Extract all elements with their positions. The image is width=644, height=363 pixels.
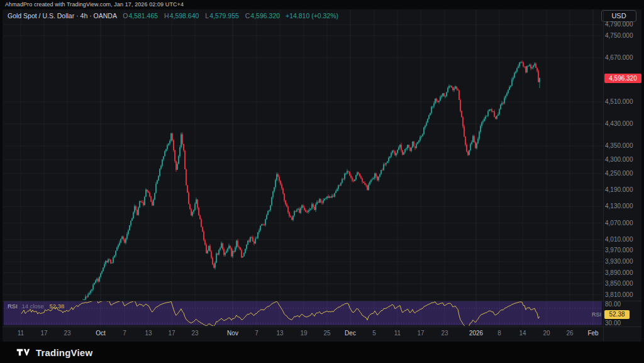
time-axis-label: 23	[57, 330, 77, 337]
time-axis-label: 26	[560, 330, 580, 337]
price-tick-label: 3,970.000	[605, 247, 633, 254]
ohlc-high-label: H	[164, 12, 169, 20]
time-axis-label: Feb	[583, 330, 603, 337]
time-axis-label: 17	[162, 330, 182, 337]
time-axis-label: 23	[185, 330, 205, 337]
brand-name[interactable]: TradingView	[36, 347, 92, 358]
time-axis-label: 11	[11, 330, 31, 337]
tradingview-logo-icon[interactable]	[16, 347, 30, 358]
price-tick-label: 4,510.000	[605, 98, 633, 105]
price-axis[interactable]: 4,790.0004,750.0004,670.0004,510.0004,43…	[605, 0, 643, 327]
creator-attribution: AhmadPro created with TradingView.com, J…	[5, 1, 184, 8]
time-axis-label: 17	[34, 330, 54, 337]
time-axis-label: 25	[317, 330, 337, 337]
price-tick-label: 4,670.000	[605, 54, 633, 61]
price-tick-label: 3,850.000	[605, 280, 633, 287]
rsi-indicator-legend[interactable]: RSI 14 close 52.38	[8, 303, 64, 310]
price-axis-separator	[603, 9, 604, 342]
time-axis-label: Oct	[91, 330, 111, 337]
time-axis-label: 5	[364, 330, 384, 337]
price-tick-label: 4,430.000	[605, 120, 633, 127]
time-axis-label: 7	[114, 330, 135, 337]
footer: TradingView	[0, 342, 644, 363]
rsi-pane-separator	[3, 301, 641, 301]
price-tick-label: 3,810.000	[605, 291, 633, 298]
time-axis-label: 2026	[466, 330, 486, 337]
last-price-badge: 4,596.320	[604, 74, 641, 83]
rsi-axis-tag: RSI	[584, 311, 601, 318]
grid-layer	[4, 9, 602, 326]
rsi-params: 14 close	[21, 303, 43, 310]
candlestick-chart-canvas[interactable]	[0, 0, 644, 363]
rsi-lower-scale-label: 30.00	[605, 320, 621, 327]
time-axis-label: 23	[435, 330, 455, 337]
rsi-name: RSI	[8, 303, 18, 310]
time-axis-label: 11	[387, 330, 408, 337]
ohlc-close-value: 4,596.320	[250, 12, 280, 20]
price-tick-label: 4,250.000	[605, 170, 633, 177]
ohlc-low-label: L	[205, 12, 209, 20]
time-axis-label: 13	[270, 330, 290, 337]
symbol-title[interactable]: Gold Spot / U.S. Dollar · 4h · OANDA	[8, 12, 116, 20]
time-axis-label: 20	[536, 330, 557, 337]
rsi-value-badge: 52.38	[604, 310, 630, 319]
ohlc-open-value: 4,581.465	[128, 12, 158, 20]
price-tick-label: 4,130.000	[605, 203, 633, 209]
time-axis-label: Dec	[340, 330, 360, 337]
rsi-upper-scale-label: 80.00	[605, 301, 621, 308]
time-axis-label: 19	[294, 330, 314, 337]
rsi-legend-value: 52.38	[50, 303, 65, 310]
price-tick-label: 4,190.000	[605, 186, 633, 193]
rsi-band-fill	[4, 301, 602, 325]
ohlc-open-label: O	[123, 12, 128, 20]
time-axis-label: Nov	[223, 330, 243, 337]
price-tick-label: 4,010.000	[605, 236, 633, 243]
time-axis-label: 17	[411, 330, 431, 337]
ohlc-high-value: 4,598.640	[170, 12, 199, 20]
price-tick-label: 3,890.000	[605, 269, 633, 276]
ohlc-close-label: C	[245, 12, 250, 20]
price-tick-label: 3,930.000	[605, 258, 633, 265]
time-axis-label: 13	[138, 330, 158, 337]
ohlc-low-value: 4,579.955	[209, 12, 239, 20]
symbol-legend: Gold Spot / U.S. Dollar · 4h · OANDA O4,…	[8, 12, 338, 20]
time-axis-label: 14	[513, 330, 533, 337]
price-tick-label: 4,350.000	[605, 142, 633, 149]
time-axis[interactable]: 111723Oct7131723Nov7131925Dec51117232026…	[0, 327, 644, 342]
time-axis-label: 7	[247, 330, 267, 337]
price-tick-label: 4,300.000	[605, 156, 633, 163]
tradingview-window: AhmadPro created with TradingView.com, J…	[0, 0, 644, 363]
time-axis-label: 8	[489, 330, 509, 337]
ohlc-change: +14.810 (+0.32%)	[286, 12, 338, 20]
price-tick-label: 4,790.000	[605, 21, 633, 28]
price-tick-label: 4,070.000	[605, 220, 633, 226]
price-tick-label: 4,750.000	[605, 32, 633, 39]
